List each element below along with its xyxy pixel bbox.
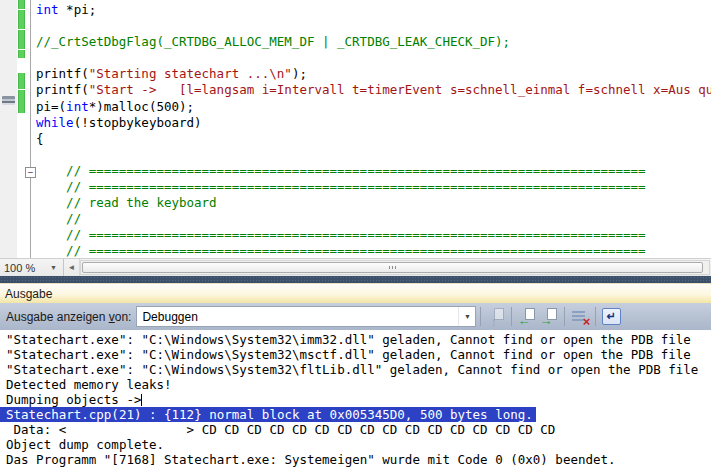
pane-splitter[interactable] (0, 276, 711, 283)
editor-icon-margin[interactable] (0, 0, 17, 258)
arrow-left-icon: ← (517, 314, 530, 327)
code-line[interactable]: // =====================================… (36, 179, 711, 195)
output-line[interactable]: "Statechart.exe": "C:\Windows\System32\m… (0, 347, 711, 362)
vs-ide-window: − int *pi;//_CrtSetDbgFlag(_CRTDBG_ALLOC… (0, 0, 711, 472)
changed-lines-bar (18, 0, 25, 9)
changed-lines-bar (18, 30, 25, 49)
text-caret (141, 394, 142, 406)
code-line[interactable]: { (36, 131, 711, 147)
scrollbar-track[interactable] (80, 260, 710, 275)
outlining-guide-line (30, 0, 31, 258)
code-lines[interactable]: int *pi;//_CrtSetDbgFlag(_CRTDBG_ALLOC_M… (36, 2, 711, 258)
code-editor[interactable]: − int *pi;//_CrtSetDbgFlag(_CRTDBG_ALLOC… (0, 0, 711, 258)
collapse-toggle[interactable]: − (25, 167, 36, 178)
code-line[interactable]: printf("Starting statechart ...\n"); (36, 66, 711, 82)
word-wrap-toggle-button[interactable]: ↵ (600, 307, 622, 327)
word-wrap-icon: ↵ (602, 308, 621, 325)
previous-message-button[interactable]: ← (516, 306, 538, 328)
output-source-combobox[interactable]: Debuggen ▼ (136, 306, 476, 327)
output-line[interactable]: Dumping objects -> (0, 392, 711, 407)
scroll-left-button[interactable]: ◄ (64, 259, 80, 276)
code-line[interactable]: printf("Start -> [l=langsam i=Intervall … (36, 82, 711, 98)
code-line[interactable] (36, 50, 711, 66)
code-line[interactable]: int *pi; (36, 2, 711, 18)
changed-lines-bar (18, 73, 25, 89)
goto-message-button[interactable]: ↑ (485, 306, 507, 328)
output-panel-title: Ausgabe (5, 287, 52, 301)
arrow-right-icon: → (539, 314, 552, 327)
editor-horizontal-scrollbar: 100 % ▼ ◄ (0, 258, 711, 276)
scrollbar-grip-icon (389, 266, 397, 269)
arrow-up-icon: ↑ (490, 315, 497, 328)
code-line[interactable]: // =====================================… (36, 227, 711, 243)
clear-all-button[interactable]: × (569, 306, 591, 328)
changed-lines-bar (18, 90, 25, 113)
show-output-from-label: Ausgabe anzeigen von: (6, 310, 131, 324)
output-line[interactable]: Data: < > CD CD CD CD CD CD CD CD CD CD … (0, 422, 711, 437)
next-message-button[interactable]: → (538, 306, 560, 328)
scrollbar-thumb[interactable] (82, 262, 703, 273)
changed-lines-bar (18, 50, 25, 58)
output-line[interactable]: "Statechart.exe": "C:\Windows\System32\i… (0, 332, 711, 347)
gutter-marker-icon[interactable] (2, 96, 15, 105)
code-line[interactable]: // =====================================… (36, 243, 711, 258)
output-text-area[interactable]: "Statechart.exe": "C:\Windows\System32\i… (0, 330, 711, 472)
code-line[interactable]: //_CrtSetDbgFlag(_CRTDBG_ALLOC_MEM_DF | … (36, 34, 711, 50)
output-line[interactable]: Object dump complete. (0, 437, 711, 452)
code-line[interactable] (36, 147, 711, 163)
output-line[interactable]: Detected memory leaks! (0, 377, 711, 392)
output-line[interactable]: "Statechart.exe": "C:\Windows\System32\f… (0, 362, 711, 377)
chevron-down-icon[interactable]: ▼ (458, 307, 475, 326)
changed-lines-bar (18, 10, 25, 29)
code-line[interactable] (36, 18, 711, 34)
toolbar-separator (595, 307, 596, 326)
output-source-value: Debuggen (142, 310, 197, 324)
editor-zoom-control[interactable]: 100 % ▼ (0, 259, 64, 276)
code-line[interactable]: while(!stopbykeyboard) (36, 115, 711, 131)
output-panel-titlebar[interactable]: Ausgabe (0, 283, 711, 303)
output-line[interactable]: Das Programm "[7168] Statechart.exe: Sys… (0, 452, 711, 467)
code-line[interactable]: // =====================================… (36, 163, 711, 179)
chevron-down-icon: ▼ (50, 264, 59, 271)
toolbar-separator (564, 307, 565, 326)
zoom-level-value: 100 % (4, 262, 50, 274)
toolbar-separator (511, 307, 512, 326)
toolbar-separator (480, 307, 481, 326)
red-x-icon: × (583, 315, 591, 328)
code-line[interactable]: // (36, 211, 711, 227)
code-line[interactable]: // read the keyboard (36, 195, 711, 211)
output-line-selected[interactable]: Statechart.cpp(21) : {112} normal block … (0, 407, 536, 422)
code-line[interactable]: pi=(int*)malloc(500); (36, 99, 711, 115)
output-toolbar: Ausgabe anzeigen von: Debuggen ▼ ↑ ← → ×… (0, 303, 711, 330)
